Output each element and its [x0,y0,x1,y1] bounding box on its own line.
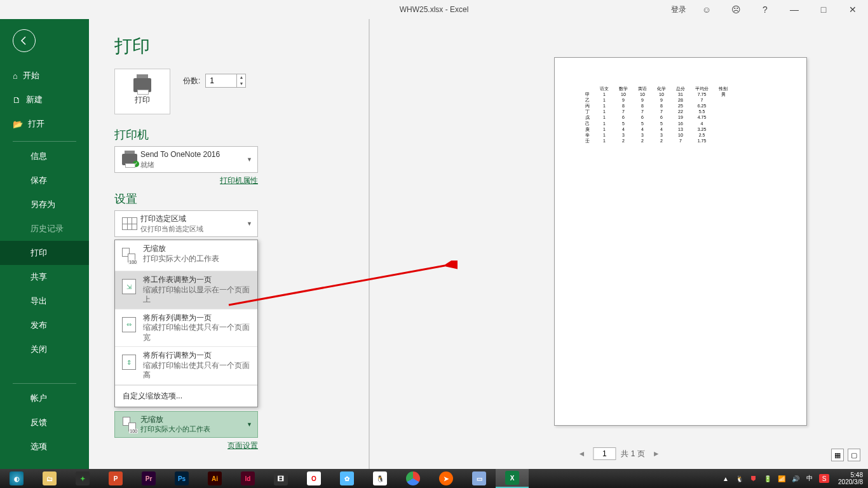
sidebar-print[interactable]: 打印 [0,241,89,265]
sidebar-label: 另存为 [31,199,55,210]
sidebar-open[interactable]: 📂 打开 [0,112,89,136]
taskbar-app-video[interactable]: 🎞 [264,469,297,488]
scaling-option-fit-sheet[interactable]: ⇲ 将工作表调整为一页缩减打印输出以显示在一个页面上 [115,271,257,309]
preview-zoom-controls: ▦ ▢ [831,449,860,461]
print-button[interactable]: 打印 [114,69,170,114]
pages-icon: 100 [122,248,136,263]
printer-icon: ✓ [122,154,137,165]
sidebar-home[interactable]: ⌂ 开始 [0,64,89,88]
taskbar-app-wechat[interactable]: ✦ [66,469,99,488]
sidebar-label: 共享 [31,271,47,283]
taskbar-app-illustrator[interactable]: Ai [198,469,231,488]
titlebar-right: 登录 ☺ ☹ ? — □ ✕ [671,0,868,19]
window-title: WHW25.xlsx - Excel [400,5,469,14]
sidebar-new[interactable]: 🗋 新建 [0,88,89,112]
sidebar-label: 关闭 [31,344,47,355]
scaling-custom-option[interactable]: 自定义缩放选项... [115,385,257,407]
taskbar-app-photoshop[interactable]: Ps [165,469,198,488]
copies-spinner[interactable]: ▲▼ [205,74,246,88]
scaling-option-no-scaling[interactable]: 100 无缩放打印实际大小的工作表 [115,240,257,271]
tray-ime-icon[interactable]: 中 [805,474,814,483]
backstage-sidebar: ⌂ 开始 🗋 新建 📂 打开 信息 保存 另存为 历史记录 打印 共享 导出 发… [0,19,89,469]
copies-label: 份数: [183,76,200,86]
sidebar-info[interactable]: 信息 [0,144,89,168]
tray-sogou-icon[interactable]: S [819,474,829,483]
spinner-up-icon[interactable]: ▲ [237,74,245,81]
sidebar-account[interactable]: 帐户 [0,386,89,410]
printer-selector[interactable]: ✓ Send To OneNote 2016 就绪 ▼ [114,146,258,173]
separator [13,141,76,142]
spinner-down-icon[interactable]: ▼ [237,81,245,87]
sidebar-save[interactable]: 保存 [0,168,89,193]
sidebar-close[interactable]: 关闭 [0,337,89,362]
prev-page-button[interactable]: ◄ [575,449,588,458]
taskbar-app-qq[interactable]: 🐧 [363,469,397,488]
print-button-label: 打印 [135,95,150,105]
sidebar-feedback[interactable]: 反馈 [0,410,89,435]
taskbar-app-chat[interactable]: ✿ [330,469,363,488]
minimize-button[interactable]: — [785,0,803,19]
tray-up-icon[interactable]: ▲ [721,474,730,483]
print-area-sub: 仅打印当前选定区域 [140,224,245,233]
maximize-button[interactable]: □ [815,0,832,19]
taskbar-clock[interactable]: 5:48 2020/3/8 [834,471,863,486]
help-button[interactable]: ? [756,0,774,19]
page-navigator: ◄ 共 1 页 ► [575,447,662,460]
home-icon: ⌂ [13,71,18,81]
sidebar-options[interactable]: 选项 [0,435,89,459]
chevron-down-icon: ▼ [245,156,254,163]
taskbar: ◐ 🗂 ✦ P Pr Ps Ai Id 🎞 O ✿ 🐧 ➤ ▭ X ▲ 🐧 ⛊ … [0,469,868,488]
tray-battery-icon[interactable]: 🔋 [763,474,772,483]
page-number-input[interactable] [593,447,616,460]
sidebar-label: 新建 [26,94,43,105]
taskbar-app-indesign[interactable]: Id [231,469,264,488]
scaling-option-fit-columns[interactable]: ⇔ 将所有列调整为一页缩减打印输出使其只有一个页面宽 [115,309,257,348]
tray-shield-icon[interactable]: ⛊ [749,474,758,483]
scaling-option-fit-rows[interactable]: ⇕ 将所有行调整为一页缩减打印输出使其只有一个页面高 [115,347,257,385]
sidebar-export[interactable]: 导出 [0,289,89,313]
title-bar: WHW25.xlsx - Excel 登录 ☺ ☹ ? — □ ✕ [0,0,868,19]
system-tray: ▲ 🐧 ⛊ 🔋 📶 🔊 中 S 5:48 2020/3/8 [721,471,868,486]
sidebar-share[interactable]: 共享 [0,265,89,289]
print-area-selector[interactable]: 打印选定区域 仅打印当前选定区域 ▼ [114,210,258,237]
taskbar-app-opera[interactable]: O [297,469,330,488]
face-smile-icon[interactable]: ☺ [698,0,715,19]
taskbar-app-excel[interactable]: X [496,469,529,488]
taskbar-app-explorer[interactable]: 🗂 [33,469,66,488]
face-sad-icon[interactable]: ☹ [727,0,745,19]
zoom-to-page-button[interactable]: ▢ [848,449,860,461]
sidebar-label: 历史记录 [31,223,64,234]
taskbar-app-chrome[interactable] [397,469,430,488]
taskbar-app-uc[interactable]: ➤ [430,469,463,488]
sidebar-saveas[interactable]: 另存为 [0,193,89,217]
fit-columns-icon: ⇔ [122,317,136,332]
page-total: 共 1 页 [621,449,644,459]
chevron-down-icon: ▼ [245,421,254,428]
sidebar-label: 信息 [31,151,47,162]
tray-wifi-icon[interactable]: 📶 [777,474,786,483]
fit-page-icon: ⇲ [122,279,136,294]
grid-icon [122,217,137,230]
tray-qq-icon[interactable]: 🐧 [735,474,744,483]
taskbar-app-browser[interactable]: ◐ [0,469,33,488]
scaling-selector[interactable]: 100 无缩放 打印实际大小的工作表 ▼ [114,411,258,438]
preview-page: 语文数学英语化学总分平均分性别甲1101010317.75男乙1999287丙1… [554,57,807,426]
taskbar-app-notes[interactable]: ▭ [463,469,496,488]
taskbar-app-premiere[interactable]: Pr [132,469,165,488]
tray-volume-icon[interactable]: 🔊 [791,474,800,483]
sidebar-publish[interactable]: 发布 [0,313,89,337]
separator [13,383,76,384]
sidebar-label: 发布 [31,320,47,331]
login-link[interactable]: 登录 [671,4,686,15]
sidebar-label: 反馈 [31,417,47,428]
printer-properties-link[interactable]: 打印机属性 [220,176,258,185]
copies-input[interactable] [206,76,236,85]
next-page-button[interactable]: ► [650,449,663,458]
printer-icon [133,78,151,92]
page-setup-link[interactable]: 页面设置 [227,441,258,450]
back-button[interactable] [13,29,36,52]
show-margins-button[interactable]: ▦ [831,449,844,461]
chevron-down-icon: ▼ [245,220,254,227]
close-button[interactable]: ✕ [844,0,862,19]
taskbar-app-powerpoint[interactable]: P [99,469,132,488]
